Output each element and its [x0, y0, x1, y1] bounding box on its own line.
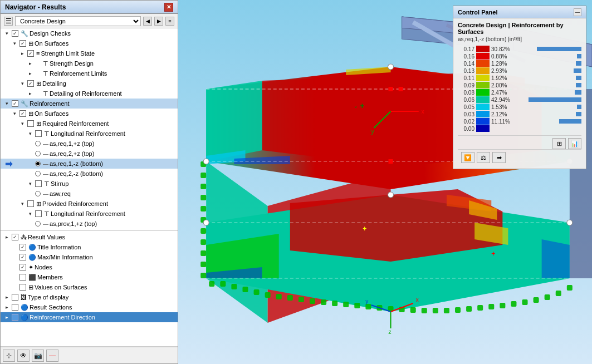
tree-item-design-checks[interactable]: ▾ 🔧 Design Checks — [1, 28, 178, 38]
tree-item-reinforcement[interactable]: ▾ 🔧 Reinforcement — [1, 99, 178, 109]
cp-filter-button[interactable]: 🔽 — [461, 152, 474, 163]
cursor-tool-button[interactable]: ⊹ — [3, 350, 15, 362]
tree-item-on-surfaces-1[interactable]: ▾ ⊞ On Surfaces — [1, 38, 178, 48]
cb-values-surfaces[interactable] — [19, 284, 26, 291]
tree-item-strength-limit[interactable]: ▸ ≡ Strength Limit State — [1, 48, 178, 58]
expand-result-values[interactable]: ▸ — [3, 233, 11, 241]
eye-tool-button[interactable]: 👁 — [17, 350, 30, 362]
cb-on-surfaces-2[interactable] — [19, 110, 26, 117]
nav-menu-icon[interactable]: ☰ — [4, 17, 13, 26]
tree-item-asw-req[interactable]: — asw,req — [1, 189, 178, 199]
close-button[interactable]: ✕ — [164, 3, 173, 12]
tree-item-nodes[interactable]: ✦ Nodes — [1, 262, 178, 272]
tree-item-as-req-2-top[interactable]: — as,req,2,+z (top) — [1, 149, 178, 159]
nav-next-button[interactable]: ▶ — [154, 17, 163, 26]
blue-arrow-annotation: ➡ — [5, 159, 12, 169]
expand-detailing-reinf[interactable]: ▸ — [26, 90, 34, 97]
legend-bar-10 — [559, 119, 581, 124]
cb-required-reinf[interactable] — [27, 120, 34, 127]
cb-members[interactable] — [19, 274, 26, 281]
cb-detailing[interactable] — [27, 80, 34, 87]
tree-item-type-display[interactable]: ▸ 🖼 Type of display — [1, 292, 178, 302]
tree-item-longitudinal-2[interactable]: ▾ ⊤ Longitudinal Reinforcement — [1, 209, 178, 219]
tree-item-required-reinf[interactable]: ▾ ⊞ Required Reinforcement — [1, 119, 178, 129]
expand-type-display[interactable]: ▸ — [3, 293, 11, 301]
tree-item-reinf-direction[interactable]: ▸ 🔵 Reinforcement Direction — [1, 312, 178, 322]
cb-type-display[interactable] — [12, 294, 18, 301]
expand-longitudinal-2[interactable]: ▾ — [26, 210, 34, 218]
cb-reinf-direction[interactable] — [12, 314, 18, 321]
radio-asw-req[interactable] — [35, 191, 41, 196]
radio-as-req-1-top[interactable] — [35, 141, 41, 146]
radio-as-prov-1-top[interactable] — [35, 221, 41, 227]
cb-longitudinal-2[interactable] — [35, 210, 42, 217]
tree-item-provided-reinf[interactable]: ▾ ⊞ Provided Reinforcement — [1, 199, 178, 209]
tree-item-result-sections[interactable]: ▸ 🔵 Result Sections — [1, 302, 178, 312]
cp-chart-button[interactable]: 📊 — [568, 138, 581, 149]
expand-reinf-direction[interactable]: ▸ — [3, 313, 11, 321]
tree-item-as-req-1-top[interactable]: — as,req,1,+z (top) — [1, 139, 178, 149]
radio-as-req-1-bottom[interactable] — [35, 161, 41, 166]
cb-strength-limit[interactable] — [27, 50, 34, 57]
icon-stirrup: ⊤ — [44, 180, 50, 188]
expand-on-surfaces-1[interactable]: ▾ — [11, 40, 18, 47]
tree-item-as-prov-1-top[interactable]: — as,prov,1,+z (top) — [1, 219, 178, 229]
dropdown-bar: ☰ Concrete Design ◀ ▶ ≡ — [1, 14, 178, 28]
cb-nodes[interactable] — [19, 264, 26, 270]
radio-as-req-2-bottom[interactable] — [35, 171, 41, 176]
line-tool-button[interactable]: — — [46, 350, 58, 362]
tree-item-on-surfaces-2[interactable]: ▾ ⊞ On Surfaces — [1, 109, 178, 119]
cb-longitudinal-1[interactable] — [35, 130, 42, 137]
cp-subtitle: as,req,1,-z (bottom) [in²/ft] — [458, 36, 581, 42]
tree-item-result-values[interactable]: ▸ ⁂ Result Values — [1, 232, 178, 242]
expand-reinf-limits[interactable]: ▸ — [26, 70, 34, 77]
tree-item-reinf-limits[interactable]: ▸ ⊤ Reinforcement Limits — [1, 68, 178, 78]
svg-rect-55 — [444, 308, 449, 313]
cb-maxmin-info[interactable] — [19, 254, 26, 260]
tree-item-members[interactable]: ⬛ Members — [1, 272, 178, 282]
expand-stirrup[interactable]: ▾ — [26, 180, 34, 188]
cb-result-values[interactable] — [12, 234, 18, 240]
cb-on-surfaces-1[interactable] — [19, 40, 26, 47]
cp-grid-button[interactable]: ⊞ — [552, 138, 566, 149]
svg-point-81 — [203, 159, 209, 164]
tree-item-stirrup[interactable]: ▾ ⊤ Stirrup — [1, 179, 178, 189]
cb-design-checks[interactable] — [12, 30, 18, 37]
expand-strength-limit[interactable]: ▸ — [18, 50, 26, 57]
expand-reinforcement[interactable]: ▾ — [3, 100, 11, 107]
tree-item-as-req-1-bottom[interactable]: — as,req,1,-z (bottom) ➡ — [1, 159, 178, 169]
expand-longitudinal-1[interactable]: ▾ — [26, 130, 34, 137]
tree-area[interactable]: ▾ 🔧 Design Checks ▾ ⊞ On Surfaces ▸ ≡ St… — [1, 28, 178, 347]
tree-item-maxmin-info[interactable]: 🔵 Max/Min Information — [1, 252, 178, 262]
expand-on-surfaces-2[interactable]: ▾ — [11, 110, 18, 117]
tree-item-values-surfaces[interactable]: ⊞ Values on Surfaces — [1, 282, 178, 292]
cp-scale-button[interactable]: ⚖ — [477, 152, 490, 163]
tree-item-longitudinal-1[interactable]: ▾ ⊤ Longitudinal Reinforcement — [1, 129, 178, 139]
cb-provided-reinf[interactable] — [27, 200, 34, 207]
expand-required-reinf[interactable]: ▾ — [18, 120, 26, 127]
expand-detailing[interactable]: ▾ — [18, 80, 26, 87]
radio-as-req-2-top[interactable] — [35, 151, 41, 156]
icon-on-surfaces-1: ⊞ — [28, 40, 33, 47]
svg-rect-73 — [200, 228, 206, 234]
tree-item-strength-design[interactable]: ▸ ⊤ Strength Design — [1, 58, 178, 68]
nav-prev-button[interactable]: ◀ — [143, 17, 152, 26]
design-dropdown[interactable]: Concrete Design — [15, 16, 141, 26]
cb-stirrup[interactable] — [35, 180, 42, 187]
cb-title-info[interactable] — [19, 244, 26, 250]
expand-design-checks[interactable]: ▾ — [3, 29, 11, 37]
nav-scroll-button[interactable]: ≡ — [165, 17, 174, 26]
tree-item-title-info[interactable]: 🔵 Title Information — [1, 242, 178, 252]
tree-item-as-req-2-bottom[interactable]: — as,req,2,-z (bottom) — [1, 169, 178, 179]
expand-result-sections[interactable]: ▸ — [3, 303, 11, 311]
label-asw-req: asw,req — [50, 190, 71, 197]
cp-minimize-button[interactable]: — — [574, 8, 581, 16]
expand-strength-design[interactable]: ▸ — [26, 60, 34, 67]
expand-provided-reinf[interactable]: ▾ — [18, 200, 26, 208]
camera-tool-button[interactable]: 📷 — [32, 350, 44, 362]
cb-result-sections[interactable] — [12, 304, 18, 311]
tree-item-detailing[interactable]: ▾ ⊞ Detailing — [1, 78, 178, 88]
tree-item-detailing-reinf[interactable]: ▸ ⊤ Detailing of Reinforcement — [1, 88, 178, 99]
cp-export-button[interactable]: ➡ — [492, 152, 506, 163]
cb-reinforcement[interactable] — [12, 100, 18, 107]
